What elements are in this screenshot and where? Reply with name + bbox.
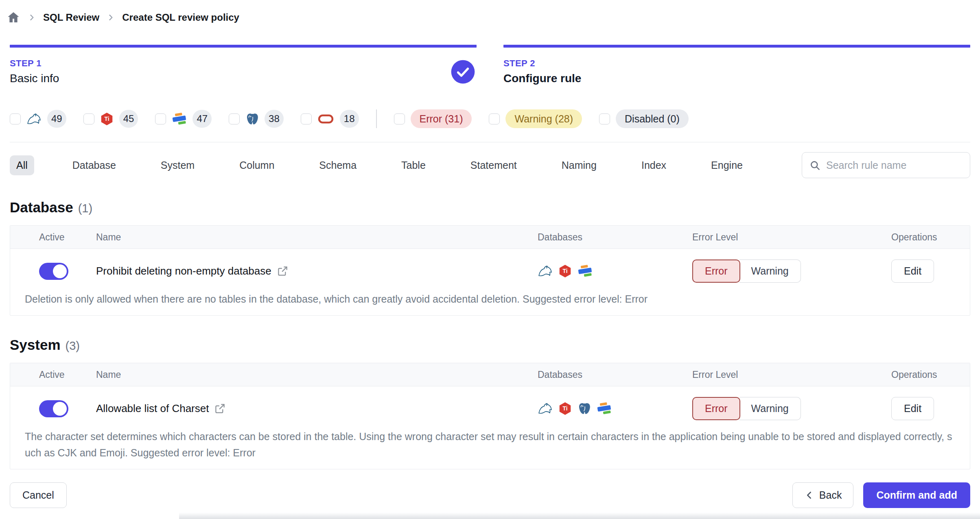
external-link-icon[interactable] [214,403,225,414]
category-tabs: AllDatabaseSystemColumnSchemaTableStatem… [10,155,749,175]
cancel-button[interactable]: Cancel [10,482,67,508]
rules-table: ActiveNameDatabasesError LevelOperations… [10,225,970,316]
section-heading: System(3) [10,337,970,353]
column-header-error-level: Error Level [692,232,877,243]
column-header-error-level: Error Level [692,369,877,380]
svg-text:Ti: Ti [563,406,568,412]
section-rule-count: (3) [66,339,80,353]
search-input[interactable] [826,159,962,171]
step-1[interactable]: STEP 1 Basic info [10,45,477,85]
level-option-error-button[interactable]: Error [692,260,740,283]
edit-button[interactable]: Edit [891,260,934,283]
rule-row-container: Allowable list of CharsetTiErrorWarningE… [10,386,970,469]
engine-rule-count-badge: 47 [192,110,212,128]
step-complete-check-icon [450,59,476,85]
rule-databases: Ti [538,402,692,415]
tidb-icon: Ti [558,402,572,415]
tab-column[interactable]: Column [233,155,281,175]
level-filter-pill-disabled: Disabled (0) [616,109,689,128]
engine-filter-checkbox[interactable] [229,113,240,124]
column-header-active: Active [10,232,96,243]
postgresql-icon [245,112,259,126]
step-1-label: STEP 1 [10,58,59,69]
tab-statement[interactable]: Statement [464,155,523,175]
level-filter-group: Error (31)Warning (28)Disabled (0) [394,109,689,128]
engine-filter-group: 49Ti45473818 [10,110,359,128]
filter-bar: 49Ti45473818 Error (31)Warning (28)Disab… [10,109,970,128]
tab-schema[interactable]: Schema [313,155,363,175]
level-option-error-button[interactable]: Error [692,397,740,420]
tab-database[interactable]: Database [66,155,122,175]
category-tab-bar: AllDatabaseSystemColumnSchemaTableStatem… [10,152,970,178]
level-filter-warning[interactable]: Warning (28) [489,109,582,128]
rule-name: Prohibit deleting non-empty database [96,265,271,277]
rule-active-toggle[interactable] [39,263,68,280]
level-filter-checkbox[interactable] [599,113,610,124]
column-header-name: Name [96,232,538,243]
level-filter-checkbox[interactable] [489,113,500,124]
column-header-active: Active [10,369,96,380]
tab-engine[interactable]: Engine [704,155,749,175]
level-option-warning-button[interactable]: Warning [739,260,801,283]
rule-description: Deletion is only allowed when there are … [25,291,954,307]
tab-table[interactable]: Table [395,155,432,175]
tab-all[interactable]: All [10,155,34,175]
confirm-and-add-button[interactable]: Confirm and add [863,482,970,508]
level-filter-checkbox[interactable] [394,113,405,124]
engine-rule-count-badge: 18 [340,110,359,128]
search-icon [809,160,820,171]
step-1-progress-bar [10,45,477,48]
rule-row: Prohibit deleting non-empty databaseTiEr… [10,260,970,283]
column-header-databases: Databases [538,369,692,380]
engine-filter-oracle[interactable]: 18 [301,110,359,128]
engine-filter-tidb[interactable]: Ti45 [83,110,138,128]
error-level-segmented-control: ErrorWarning [692,397,877,420]
edit-button[interactable]: Edit [891,397,934,420]
column-header-databases: Databases [538,232,692,243]
tab-system[interactable]: System [154,155,201,175]
step-2[interactable]: STEP 2 Configure rule [503,45,970,85]
tab-index[interactable]: Index [635,155,673,175]
level-filter-disabled[interactable]: Disabled (0) [599,109,689,128]
breadcrumb-sql-review[interactable]: SQL Review [43,12,99,23]
mysql-icon [538,402,553,415]
mysql-icon [26,113,42,125]
engine-filter-oceanbase[interactable]: 47 [155,110,212,128]
engine-filter-checkbox[interactable] [10,113,21,124]
column-header-name: Name [96,369,538,380]
breadcrumb-current-page: Create SQL review policy [122,12,239,23]
external-link-icon[interactable] [277,266,288,277]
rules-table-header: ActiveNameDatabasesError LevelOperations [10,226,970,249]
rule-active-toggle[interactable] [39,400,68,417]
rules-table: ActiveNameDatabasesError LevelOperations… [10,363,970,469]
oceanbase-icon [578,264,593,278]
mysql-icon [538,265,553,277]
tab-naming[interactable]: Naming [555,155,603,175]
footer-bar: Cancel Back Confirm and add [0,471,980,519]
engine-filter-checkbox[interactable] [155,113,166,124]
level-option-warning-button[interactable]: Warning [739,397,801,420]
rule-row: Allowable list of CharsetTiErrorWarningE… [10,397,970,420]
error-level-segmented-control: ErrorWarning [692,260,877,283]
column-header-operations: Operations [877,369,970,380]
search-box[interactable] [802,152,970,178]
level-filter-error[interactable]: Error (31) [394,109,472,128]
svg-text:Ti: Ti [104,116,109,122]
chevron-right-icon [107,13,115,22]
engine-filter-checkbox[interactable] [301,113,312,124]
step-2-title: Configure rule [503,72,581,85]
engine-filter-postgresql[interactable]: 38 [229,110,284,128]
tidb-icon: Ti [558,264,572,278]
step-2-progress-bar [503,45,970,48]
oracle-icon [317,113,334,125]
section-title: Database [10,199,73,216]
section-rule-count: (1) [78,202,92,215]
back-button[interactable]: Back [792,482,854,508]
home-icon[interactable] [7,11,20,24]
column-header-operations: Operations [877,232,970,243]
step-2-label: STEP 2 [503,58,581,69]
tidb-icon: Ti [100,112,114,126]
engine-filter-mysql[interactable]: 49 [10,110,66,128]
engine-filter-checkbox[interactable] [83,113,94,124]
section-heading: Database(1) [10,199,970,216]
